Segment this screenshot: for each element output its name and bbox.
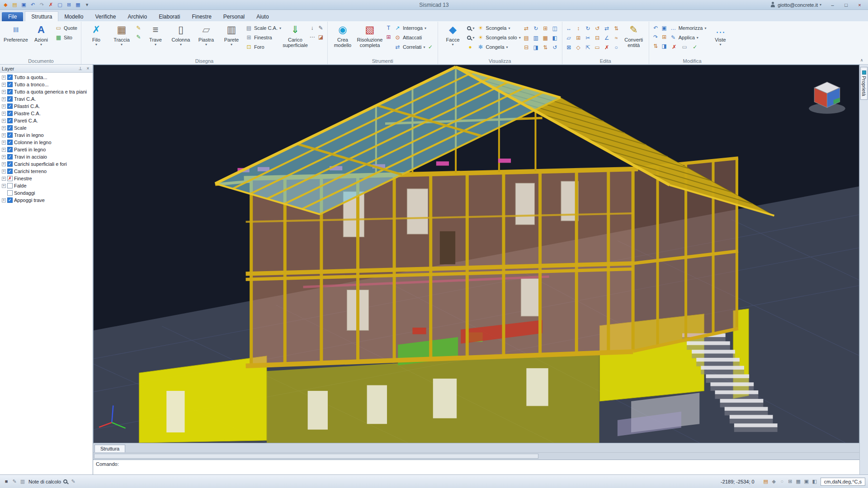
expand-icon[interactable] (2, 169, 6, 174)
offset-icon[interactable]: ▱ (565, 33, 573, 42)
tab-struttura[interactable]: Struttura (25, 11, 58, 21)
converti-entita-button[interactable]: ✎ Converti entità (621, 23, 646, 49)
quote-button[interactable]: ▭ Quote (54, 23, 79, 33)
layer-row[interactable]: Tutto a quota... (0, 74, 93, 81)
layer-checkbox[interactable] (7, 82, 13, 87)
horizontal-scrollbar[interactable] (93, 452, 859, 460)
stretch-icon[interactable]: ↕ (574, 24, 583, 33)
scrollbar-thumb[interactable] (94, 454, 538, 459)
user-account[interactable]: giotto@concrete.it ▾ (770, 2, 821, 8)
layer-checkbox[interactable] (7, 197, 13, 203)
parete-button[interactable]: ▥ Parete ▾ (219, 23, 244, 47)
layer-checkbox[interactable] (7, 75, 13, 80)
output-window-icon[interactable]: ■ (3, 478, 10, 485)
scongela-button[interactable]: ☀ Scongela ▾ (476, 23, 522, 33)
paste-props-icon[interactable]: ⊞ (660, 33, 669, 41)
align-icon[interactable]: ⇱ (584, 43, 592, 52)
carico-superficiale-button[interactable]: ⇓ Carico superficiale (283, 23, 308, 49)
expand-icon[interactable] (2, 198, 6, 202)
expand-icon[interactable] (2, 155, 6, 159)
sketch-pencil-icon[interactable]: ✎ (134, 23, 143, 32)
load-arrow-icon[interactable]: ↓ (308, 23, 316, 32)
expand-icon[interactable] (2, 112, 6, 116)
layer-checkbox[interactable] (7, 140, 13, 145)
expand-icon[interactable] (2, 141, 6, 145)
congela-button[interactable]: ✻ Congela ▾ (476, 42, 522, 52)
close-document-icon[interactable]: ✗ (47, 1, 55, 9)
messages-icon[interactable]: ▥ (19, 478, 26, 485)
light-icon[interactable]: ○ (778, 478, 786, 485)
layer-row[interactable]: Tutto a quota generica e tra piani (0, 88, 93, 95)
maximize-button[interactable]: □ (840, 1, 853, 9)
open-icon[interactable]: ▤ (11, 1, 19, 9)
layer-checkbox[interactable] (7, 103, 13, 109)
box-select-icon[interactable]: ▭ (680, 43, 689, 52)
applica-button[interactable]: ✎ Applica ▾ (669, 33, 708, 42)
delete-icon[interactable]: ✗ (670, 43, 679, 52)
zoom-extents-icon[interactable]: ◫ (551, 24, 559, 33)
lamp-button[interactable]: ● (466, 42, 476, 52)
close-button[interactable]: × (853, 1, 866, 9)
layer-row[interactable]: Carichi terreno (0, 168, 93, 175)
tab-finestre[interactable]: Finestre (186, 12, 217, 21)
filo-button[interactable]: ✗ Filo ▾ (84, 23, 109, 47)
app-logo-icon[interactable]: ◆ (2, 1, 9, 9)
sito-button[interactable]: ▦ Sito (54, 33, 79, 42)
viste-button[interactable]: … Viste ▾ (708, 23, 733, 47)
tab-elaborati[interactable]: Elaborati (153, 12, 186, 21)
units-indicator[interactable]: cm,daN,deg,°C,s (821, 478, 865, 486)
expand-icon[interactable] (2, 177, 6, 181)
undo-edit-icon[interactable]: ↶ (651, 23, 660, 32)
interroga-button[interactable]: ↗ Interroga ▾ (393, 23, 435, 33)
layer-row[interactable]: Colonne in legno (0, 139, 93, 146)
risoluzione-completa-button[interactable]: ▧ Risoluzione completa (355, 23, 384, 49)
memorizza-button[interactable]: … Memorizza ▾ (669, 23, 708, 33)
facce-button[interactable]: ◆ Facce ▾ (440, 23, 466, 47)
expand-icon[interactable] (2, 133, 6, 137)
tab-aiuto[interactable]: Aiuto (250, 12, 274, 21)
view-top-icon[interactable]: ▤ (522, 33, 531, 42)
orbit-view-icon[interactable]: ↻ (532, 24, 540, 33)
layer-checkbox[interactable] (7, 111, 13, 116)
expand-icon[interactable] (2, 148, 6, 152)
expand-icon[interactable] (2, 83, 6, 87)
layer-row[interactable]: Scale (0, 124, 93, 131)
layer-checkbox[interactable] (7, 118, 13, 123)
attaccati-button[interactable]: ⊙ Attaccati (393, 33, 435, 42)
layer-checkbox[interactable] (7, 161, 13, 167)
tab-personal[interactable]: Personal (217, 12, 250, 21)
spline-icon[interactable]: ≈ (612, 33, 621, 42)
layer-checkbox[interactable] (7, 132, 13, 138)
text-tool-icon[interactable]: T (384, 23, 393, 32)
layer-row[interactable]: Travi in acciaio (0, 153, 93, 160)
redo-icon[interactable]: ↷ (38, 1, 46, 9)
section-icon[interactable]: ⇅ (541, 43, 550, 52)
filter-icon[interactable]: ◨ (660, 42, 669, 50)
expand-icon[interactable] (2, 119, 6, 123)
redo-edit-icon[interactable]: ↷ (651, 33, 660, 41)
preferenze-button[interactable]: ≡ Preferenze (3, 23, 28, 43)
view-side-icon[interactable]: ▦ (541, 33, 550, 42)
layer-row[interactable]: Pareti C.A. (0, 117, 93, 124)
foro-button[interactable]: ⊡ Foro (244, 42, 283, 52)
layer-row[interactable]: Sondaggi (0, 189, 93, 197)
pin-icon[interactable]: ⊥ (77, 66, 83, 71)
layer-row[interactable]: Pareti in legno (0, 146, 93, 153)
scongela-solo-button[interactable]: ☀ Scongela solo ▾ (476, 33, 522, 42)
edit-note-icon[interactable]: ✎ (11, 478, 18, 485)
search-icon[interactable] (63, 479, 67, 483)
snap-icon[interactable]: ◆ (770, 478, 778, 485)
expand-icon[interactable] (2, 184, 6, 188)
stylus-icon[interactable]: ✎ (316, 23, 325, 32)
tab-verifiche[interactable]: Verifiche (89, 12, 122, 21)
layer-checkbox[interactable] (7, 154, 13, 160)
colonna-button[interactable]: ▯ Colonna ▾ (168, 23, 193, 47)
rotate-icon[interactable]: ↻ (584, 24, 592, 33)
properties-tab[interactable]: Proprietà (860, 67, 868, 100)
qat-customize-icon[interactable]: ▾ (83, 1, 91, 9)
osnap-icon[interactable]: ▣ (803, 478, 810, 485)
grid-toggle-icon[interactable]: ▦ (795, 478, 802, 485)
layout-icon[interactable]: ▦ (74, 1, 82, 9)
trim-icon[interactable]: ✂ (584, 33, 592, 42)
hint-icon[interactable]: ◧ (811, 478, 818, 485)
